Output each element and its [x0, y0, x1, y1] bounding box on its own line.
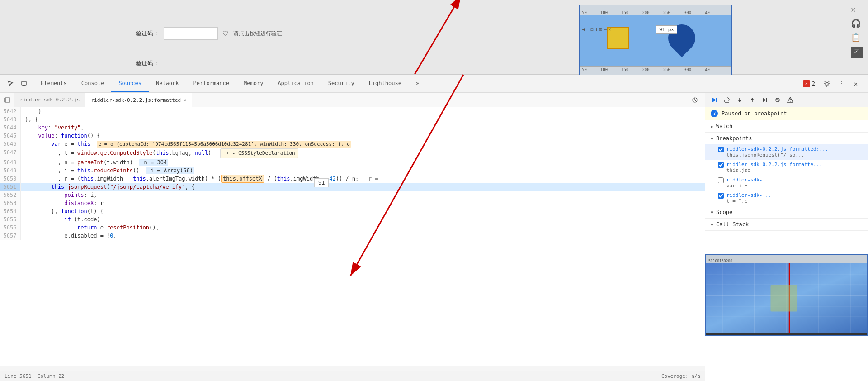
bp1-checkbox[interactable] — [718, 147, 724, 152]
watch-section: Watch — [705, 120, 868, 133]
line-content: , n = parseInt(t.width) n = 304 — [20, 158, 705, 167]
bp1-text: riddler-sdk-0.2.2.js:formatted:... this.… — [726, 146, 863, 158]
svg-marker-19 — [763, 98, 766, 102]
file-tab-1[interactable]: riddler-sdk-0.2.2.js — [14, 93, 85, 107]
line-number: 5649 — [0, 167, 20, 175]
breakpoints-chevron — [711, 136, 713, 141]
tab-elements[interactable]: Elements — [33, 75, 74, 92]
breakpoint-item-2[interactable]: riddler-sdk-0.2.2.js:formatte... this.js… — [705, 160, 868, 175]
callstack-chevron — [711, 222, 713, 227]
svg-line-22 — [776, 99, 779, 101]
tab-memory[interactable]: Memory — [236, 75, 270, 92]
ruler-controls: ◀ ⬅ ◻ ↕ ⊞ — ✕ — [582, 26, 611, 32]
bp2-code: this.jso — [726, 167, 863, 173]
px-label-screenshot: 91 px — [710, 336, 723, 336]
captcha-input[interactable] — [164, 27, 218, 40]
step-out-btn[interactable] — [747, 95, 758, 105]
step-btn[interactable] — [760, 95, 770, 105]
step-into-btn[interactable] — [734, 95, 745, 105]
line-content: return e.resetPosition(), — [20, 224, 705, 232]
settings-icon[interactable] — [821, 77, 833, 90]
bp4-code: t = ".c — [726, 198, 863, 204]
deactivate-bp-btn[interactable] — [772, 95, 783, 105]
line-number: 5645 — [0, 132, 20, 140]
device-icon[interactable] — [18, 77, 31, 90]
line-content: }, function(t) { — [20, 207, 705, 215]
screenshot-footer-text: 双击设置起始点 — [832, 335, 863, 336]
step-over-btn[interactable] — [722, 95, 732, 105]
captcha-form-top: 验证码： 🛡 请点击按钮进行验证 — [136, 27, 282, 40]
bp3-checkbox[interactable] — [718, 177, 724, 183]
line-number: 5650 — [0, 175, 20, 183]
breakpoints-label: Breakpoints — [716, 135, 752, 142]
table-row: 5646 var e = this e = o {captchaId: '974… — [0, 140, 705, 148]
format-icon[interactable] — [689, 94, 701, 106]
svg-line-9 — [695, 100, 696, 101]
breakpoints-section: Breakpoints riddler-sdk-0.2.2.js:formatt… — [705, 133, 868, 206]
cursor-position: Line 5651, Column 22 — [5, 373, 64, 379]
horizontal-scrollbar[interactable] — [0, 366, 705, 371]
table-row: 5644 key: "verify", — [0, 124, 705, 132]
pause-on-exceptions-btn[interactable] — [785, 95, 796, 105]
page-icons: ✕ 🎧 📋 不 — [851, 5, 863, 58]
tab-lighthouse[interactable]: Lighthouse — [362, 75, 409, 92]
headphone-icon: 🎧 — [851, 19, 863, 28]
bp4-checkbox[interactable] — [718, 193, 724, 199]
line-number: 5656 — [0, 224, 20, 232]
sidebar-toggle[interactable] — [0, 93, 14, 107]
px-label-widget: 91 px — [656, 25, 677, 34]
breakpoints-header[interactable]: Breakpoints — [705, 133, 868, 144]
debug-toolbar — [705, 93, 868, 107]
inspect-icon[interactable] — [5, 77, 17, 90]
breakpoint-item-3[interactable]: riddler-sdk-... var i = — [705, 175, 868, 190]
watch-header[interactable]: Watch — [705, 120, 868, 132]
error-badge[interactable]: ✕ 2 — [799, 79, 819, 88]
line-content: , r = (this.imgWidth - this.alertImgTag.… — [20, 175, 705, 183]
svg-marker-16 — [738, 100, 741, 102]
line-content: distanceX: r — [20, 199, 705, 207]
tab-application[interactable]: Application — [270, 75, 321, 92]
error-count: 2 — [812, 81, 815, 87]
bp3-text: riddler-sdk-... var i = — [726, 177, 863, 189]
tab-more[interactable]: » — [409, 75, 426, 92]
bp2-checkbox[interactable] — [718, 162, 724, 168]
line-number: 5647 — [0, 148, 20, 158]
svg-rect-2 — [22, 81, 26, 85]
paused-banner: i Paused on breakpoint — [705, 107, 868, 120]
table-row: 5654 }, function(t) { — [0, 207, 705, 215]
file-tab-2[interactable]: riddler-sdk-0.2.2.js:formatted × — [85, 93, 192, 107]
code-area[interactable]: 5642 } 5643 }, { 5644 key: "verify", 564… — [0, 107, 705, 366]
breakpoint-item-1[interactable]: riddler-sdk-0.2.2.js:formatted:... this.… — [705, 144, 868, 160]
tab-performance[interactable]: Performance — [186, 75, 236, 92]
resume-btn[interactable] — [709, 95, 720, 105]
tab-security[interactable]: Security — [321, 75, 362, 92]
coverage-status: Coverage: n/a — [661, 373, 700, 379]
table-row: 5656 return e.resetPosition(), — [0, 224, 705, 232]
bp3-file: riddler-sdk-... — [726, 177, 863, 183]
table-row: 5643 }, { — [0, 115, 705, 124]
tab-console[interactable]: Console — [74, 75, 112, 92]
line-content: , t = window.getComputedStyle(this.bgTag… — [20, 148, 705, 158]
callstack-section: Call Stack — [705, 219, 868, 231]
status-bar: Line 5651, Column 22 Coverage: n/a — [0, 371, 705, 381]
line-number: 5648 — [0, 158, 20, 167]
svg-rect-5 — [5, 98, 10, 102]
source-panel: riddler-sdk-0.2.2.js riddler-sdk-0.2.2.j… — [0, 93, 705, 381]
file-tab-2-close[interactable]: × — [184, 98, 186, 103]
line-number: 5644 — [0, 124, 20, 132]
more-options-icon[interactable]: ⋮ — [835, 77, 848, 90]
paste-button[interactable]: 不 — [851, 47, 863, 58]
error-icon: ✕ — [803, 80, 810, 87]
line-content: var e = this e = o {captchaId: '974cd565… — [20, 140, 705, 148]
table-row: 5647 , t = window.getComputedStyle(this.… — [0, 148, 705, 158]
callstack-label: Call Stack — [716, 221, 749, 228]
close-devtools-icon[interactable]: ✕ — [849, 77, 862, 90]
tab-network[interactable]: Network — [149, 75, 186, 92]
line-number-active: 5651 — [0, 183, 20, 191]
info-icon: i — [711, 110, 718, 117]
scope-header[interactable]: Scope — [705, 206, 868, 218]
breakpoint-item-4[interactable]: riddler-sdk-... t = ".c — [705, 190, 868, 206]
callstack-header[interactable]: Call Stack — [705, 219, 868, 230]
tab-sources[interactable]: Sources — [111, 75, 149, 92]
table-row: 5649 , i = this.reducePoints() i = Array… — [0, 167, 705, 175]
